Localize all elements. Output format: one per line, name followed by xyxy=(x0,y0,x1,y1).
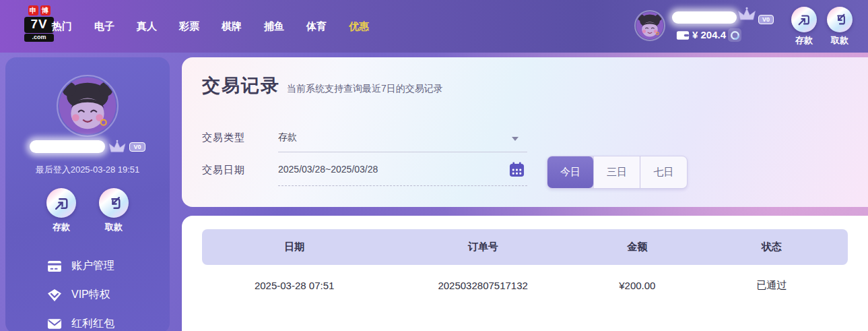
sidebar-item-label: 账户管理 xyxy=(71,259,114,273)
avatar-illustration xyxy=(636,11,664,40)
deposit-transfer-icon xyxy=(791,7,817,32)
sidebar-menu: 账户管理 VIP特权 红利红包 xyxy=(5,251,170,331)
vip-crown-icon xyxy=(737,7,757,22)
column-header-status: 状态 xyxy=(696,241,848,253)
sidebar-username-masked xyxy=(30,140,105,153)
nav-item-promotions[interactable]: 优惠 xyxy=(348,20,370,33)
cell-amount: ¥200.00 xyxy=(579,280,696,291)
sidebar-item-vip-privileges[interactable]: VIP特权 xyxy=(5,280,170,309)
chevron-down-icon[interactable] xyxy=(512,137,519,141)
sidebar-deposit-button[interactable]: 存款 xyxy=(42,188,80,233)
range-button-seven-days[interactable]: 七日 xyxy=(640,156,687,188)
transaction-date-label: 交易日期 xyxy=(202,164,245,177)
table-header-row: 日期 订单号 金额 状态 xyxy=(202,229,848,265)
wallet-icon xyxy=(676,30,690,43)
vip-level-badge: V0 xyxy=(758,15,774,24)
logo-badge-left: 申 xyxy=(28,5,38,16)
gem-icon xyxy=(47,289,62,302)
logo-main-text: 7V xyxy=(24,17,54,33)
avatar-illustration xyxy=(58,76,117,136)
logo-badge-right: 博 xyxy=(40,5,51,16)
nav-item-lottery[interactable]: 彩票 xyxy=(178,20,200,33)
transaction-date-input[interactable]: 2025/03/28~2025/03/28 xyxy=(278,164,378,175)
last-login-text: 最后登入2025-03-28 19:51 xyxy=(5,164,170,176)
sidebar-withdraw-label: 取款 xyxy=(95,221,133,233)
sidebar-deposit-label: 存款 xyxy=(42,221,80,233)
nav-item-sports[interactable]: 体育 xyxy=(306,20,327,33)
type-select-underline xyxy=(278,152,527,152)
refresh-balance-icon[interactable] xyxy=(728,28,741,42)
withdraw-transfer-icon xyxy=(99,188,129,218)
username-masked xyxy=(672,11,737,24)
balance-amount: ¥ 204.4 xyxy=(692,29,726,40)
transaction-records-page: 申 博 7V .com 热门 电子 真人 彩票 棋牌 捕鱼 体育 优惠 xyxy=(0,0,868,331)
header-withdraw-button[interactable]: 取款 xyxy=(825,7,855,47)
user-avatar[interactable] xyxy=(634,10,665,41)
sidebar-withdraw-button[interactable]: 取款 xyxy=(95,188,133,233)
withdraw-transfer-icon xyxy=(827,7,853,32)
vip-level-badge: V0 xyxy=(129,142,145,152)
cell-order-no: 2025032807517132 xyxy=(387,280,579,291)
site-logo[interactable]: 申 博 7V .com xyxy=(24,5,54,42)
nav-item-slots[interactable]: 电子 xyxy=(94,20,115,33)
date-range-button-group: 今日 三日 七日 xyxy=(547,156,688,189)
sidebar-item-bonus-red-packet[interactable]: 红利红包 xyxy=(5,309,170,331)
logo-domain-text: .com xyxy=(24,34,54,42)
column-header-amount: 金额 xyxy=(579,241,696,253)
date-input-underline xyxy=(278,185,527,186)
page-subtitle: 当前系统支持查询最近7日的交易记录 xyxy=(287,83,443,95)
filter-panel: 交易记录 当前系统支持查询最近7日的交易记录 交易类型 存款 交易日期 2025… xyxy=(182,57,868,207)
nav-item-fishing[interactable]: 捕鱼 xyxy=(263,20,285,33)
range-button-three-days[interactable]: 三日 xyxy=(594,156,640,188)
top-navigation-bar: 申 博 7V .com 热门 电子 真人 彩票 棋牌 捕鱼 体育 优惠 xyxy=(0,0,868,53)
table-row: 2025-03-28 07:51 2025032807517132 ¥200.0… xyxy=(202,265,848,305)
calendar-icon[interactable] xyxy=(509,162,525,180)
vip-crown-icon xyxy=(108,140,127,154)
transaction-type-select[interactable]: 存款 xyxy=(278,131,297,144)
column-header-order-no: 订单号 xyxy=(387,241,579,253)
page-title: 交易记录 xyxy=(202,73,280,98)
main-nav: 热门 电子 真人 彩票 棋牌 捕鱼 体育 优惠 xyxy=(51,0,370,53)
records-table: 日期 订单号 金额 状态 2025-03-28 07:51 2025032807… xyxy=(202,229,848,305)
title-row: 交易记录 当前系统支持查询最近7日的交易记录 xyxy=(202,73,443,98)
column-header-date: 日期 xyxy=(202,241,387,253)
sidebar-user-row: V0 xyxy=(5,140,170,154)
records-table-panel: 日期 订单号 金额 状态 2025-03-28 07:51 2025032807… xyxy=(182,216,868,331)
nav-item-hot[interactable]: 热门 xyxy=(51,20,73,33)
cell-status: 已通过 xyxy=(696,279,848,292)
nav-item-live[interactable]: 真人 xyxy=(136,20,158,33)
header-deposit-button[interactable]: 存款 xyxy=(789,7,819,47)
envelope-icon xyxy=(47,318,62,330)
sidebar-item-label: VIP特权 xyxy=(71,288,110,302)
card-icon xyxy=(47,260,62,272)
header-deposit-label: 存款 xyxy=(789,34,819,47)
sidebar-item-account-management[interactable]: 账户管理 xyxy=(5,251,170,280)
transaction-type-label: 交易类型 xyxy=(202,131,245,144)
sidebar-item-label: 红利红包 xyxy=(71,317,114,331)
range-button-today[interactable]: 今日 xyxy=(547,156,594,188)
cell-date: 2025-03-28 07:51 xyxy=(202,280,387,291)
deposit-transfer-icon xyxy=(46,188,76,218)
header-withdraw-label: 取款 xyxy=(825,34,855,47)
sidebar-quick-actions: 存款 取款 xyxy=(5,188,170,233)
user-sidebar: V0 最后登入2025-03-28 19:51 存款 xyxy=(5,57,170,331)
nav-item-cards[interactable]: 棋牌 xyxy=(221,20,242,33)
sidebar-avatar[interactable] xyxy=(57,75,119,137)
logo-badge-row: 申 博 xyxy=(24,5,54,16)
